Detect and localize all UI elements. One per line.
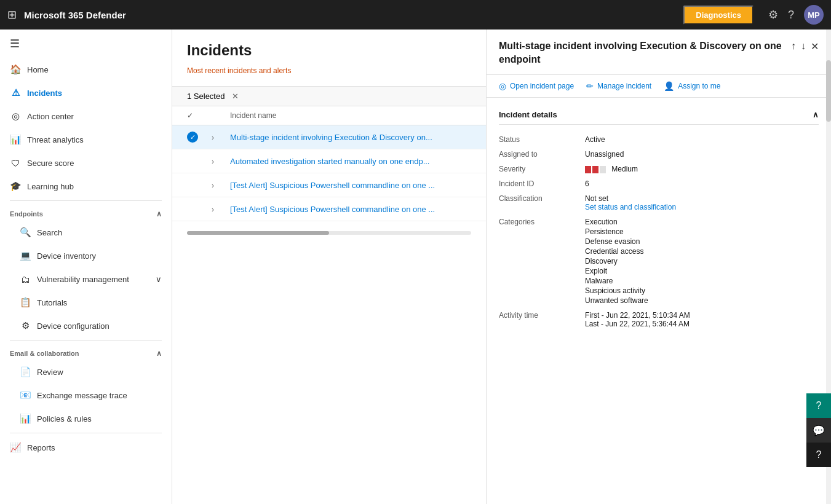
- vulnerability-icon: 🗂: [20, 274, 31, 285]
- open-incident-button[interactable]: ◎ Open incident page: [499, 81, 574, 91]
- help-icon[interactable]: ?: [788, 9, 794, 22]
- sidebar-item-incidents[interactable]: ⚠ Incidents: [0, 81, 172, 104]
- expand-icon-2[interactable]: ›: [212, 157, 214, 166]
- row4-expand[interactable]: ›: [212, 205, 230, 214]
- sidebar-item-home[interactable]: 🏠 Home: [0, 58, 172, 81]
- expand-icon-3[interactable]: ›: [212, 181, 214, 190]
- grid-icon[interactable]: ⊞: [7, 8, 17, 22]
- incident-name-1: Multi-stage incident involving Execution…: [230, 133, 432, 142]
- divider-2: [10, 340, 162, 341]
- app-title: Microsoft 365 Defender: [24, 10, 683, 20]
- selected-text: 1 Selected: [187, 92, 225, 101]
- row1-expand[interactable]: ›: [212, 133, 230, 142]
- avatar[interactable]: MP: [804, 5, 824, 25]
- sidebar-item-learning-hub[interactable]: 🎓 Learning hub: [0, 175, 172, 198]
- status-row: Status Active: [499, 132, 819, 147]
- vuln-chevron-icon: ∨: [156, 275, 162, 284]
- incident-name-3: [Test Alert] Suspicious Powershell comma…: [230, 181, 435, 190]
- categories-row: Categories Execution Persistence Defense…: [499, 215, 819, 308]
- sidebar-item-device-inventory[interactable]: 💻 Device inventory: [0, 244, 172, 267]
- selected-bar: 1 Selected ✕: [172, 86, 486, 106]
- row3-expand[interactable]: ›: [212, 181, 230, 190]
- severity-bar: [585, 166, 606, 173]
- incident-row-1[interactable]: ✓ › Multi-stage incident involving Execu…: [172, 125, 486, 149]
- blue-checkmark: ✓: [187, 132, 198, 143]
- topbar-icons: ⚙ ? MP: [768, 5, 824, 25]
- table-header: ✓ Incident name: [172, 106, 486, 125]
- sidebar-item-action-center[interactable]: ◎ Action center: [0, 104, 172, 128]
- detail-actions: ◎ Open incident page ✏ Manage incident 👤…: [487, 75, 831, 98]
- incident-id-row: Incident ID 6: [499, 176, 819, 191]
- split-layout: Incidents Most recent incidents and aler…: [172, 30, 831, 504]
- sidebar-item-policies-rules[interactable]: 📊 Policies & rules: [0, 407, 172, 430]
- float-help-button[interactable]: ?: [806, 393, 831, 418]
- incident-row-2[interactable]: › Automated investigation started manual…: [172, 149, 486, 173]
- set-status-link[interactable]: Set status and classification: [585, 203, 819, 211]
- classification-label: Classification: [499, 194, 585, 211]
- topbar: ⊞ Microsoft 365 Defender Diagnostics ⚙ ?…: [0, 0, 831, 30]
- divider-3: [10, 433, 162, 433]
- sev-block-1: [585, 166, 591, 173]
- diagnostics-button[interactable]: Diagnostics: [683, 6, 753, 25]
- sev-block-2: [592, 166, 598, 173]
- activity-time-value: First - Jun 22, 2021, 5:10:34 AM Last - …: [585, 311, 819, 328]
- details-section-header[interactable]: Incident details ∧: [499, 105, 819, 125]
- sidebar-toggle[interactable]: ☰: [0, 30, 172, 58]
- incident-row-3[interactable]: › [Test Alert] Suspicious Powershell com…: [172, 173, 486, 197]
- incidents-icon: ⚠: [10, 87, 21, 98]
- activity-time-label: Activity time: [499, 311, 585, 328]
- endpoints-section[interactable]: Endpoints ∧: [0, 203, 172, 221]
- collapse-section-icon[interactable]: ∧: [813, 110, 819, 119]
- sidebar-item-exchange-message-trace[interactable]: 📧 Exchange message trace: [0, 384, 172, 407]
- close-panel-button[interactable]: ✕: [811, 41, 819, 52]
- incident-row-4[interactable]: › [Test Alert] Suspicious Powershell com…: [172, 197, 486, 221]
- settings-icon[interactable]: ⚙: [768, 8, 778, 22]
- scrollbar-thumb[interactable]: [826, 60, 831, 122]
- float-chat-button[interactable]: 💬: [806, 418, 831, 443]
- incident-id-label: Incident ID: [499, 179, 585, 188]
- status-value: Active: [585, 135, 819, 144]
- secure-score-icon: 🛡: [10, 157, 21, 168]
- row2-expand[interactable]: ›: [212, 157, 230, 166]
- email-chevron[interactable]: ∧: [156, 349, 162, 358]
- policies-icon: 📊: [20, 413, 31, 424]
- incident-name-2: Automated investigation started manually…: [230, 157, 430, 166]
- sidebar-item-device-configuration[interactable]: ⚙ Device configuration: [0, 314, 172, 337]
- review-icon: 📄: [20, 366, 31, 377]
- sidebar-item-reports[interactable]: 📈 Reports: [0, 436, 172, 459]
- row3-check: [187, 179, 212, 191]
- classification-row: Classification Not set Set status and cl…: [499, 191, 819, 215]
- floating-buttons: ? 💬 ?: [806, 393, 831, 467]
- email-section[interactable]: Email & collaboration ∧: [0, 343, 172, 360]
- row1-check: ✓: [187, 132, 212, 143]
- sidebar-item-review[interactable]: 📄 Review: [0, 360, 172, 384]
- endpoints-chevron[interactable]: ∧: [156, 210, 162, 218]
- incidents-panel: Incidents Most recent incidents and aler…: [172, 30, 487, 504]
- nav-down-button[interactable]: ↓: [801, 41, 806, 52]
- learning-hub-icon: 🎓: [10, 181, 21, 192]
- sidebar-item-tutorials[interactable]: 📋 Tutorials: [0, 291, 172, 314]
- reports-icon: 📈: [10, 442, 21, 453]
- clear-selection-button[interactable]: ✕: [232, 92, 239, 101]
- nav-up-button[interactable]: ↑: [791, 41, 796, 52]
- sidebar-item-threat-analytics[interactable]: 📊 Threat analytics: [0, 128, 172, 151]
- classification-value: Not set Set status and classification: [585, 194, 819, 211]
- assign-icon: 👤: [664, 81, 674, 91]
- detail-panel-header: Multi-stage incident involving Execution…: [487, 30, 831, 75]
- incidents-header: Incidents Most recent incidents and aler…: [172, 30, 486, 86]
- expand-icon[interactable]: ›: [212, 133, 214, 142]
- sidebar-item-secure-score[interactable]: 🛡 Secure score: [0, 151, 172, 175]
- sidebar-item-search[interactable]: 🔍 Search: [0, 221, 172, 244]
- detail-panel: Multi-stage incident involving Execution…: [487, 30, 831, 504]
- incident-name-4: [Test Alert] Suspicious Powershell comma…: [230, 205, 435, 214]
- float-info-button[interactable]: ?: [806, 443, 831, 467]
- incident-details: Incident details ∧ Status Active Assigne…: [487, 98, 831, 339]
- expand-icon-4[interactable]: ›: [212, 205, 214, 214]
- categories-label: Categories: [499, 218, 585, 305]
- manage-incident-button[interactable]: ✏ Manage incident: [586, 81, 651, 91]
- sidebar-item-vulnerability-management[interactable]: 🗂 Vulnerability management ∨: [0, 267, 172, 291]
- device-inventory-icon: 💻: [20, 250, 31, 261]
- threat-analytics-icon: 📊: [10, 134, 21, 145]
- assign-to-me-button[interactable]: 👤 Assign to me: [664, 81, 720, 91]
- incidents-title: Incidents: [187, 42, 471, 59]
